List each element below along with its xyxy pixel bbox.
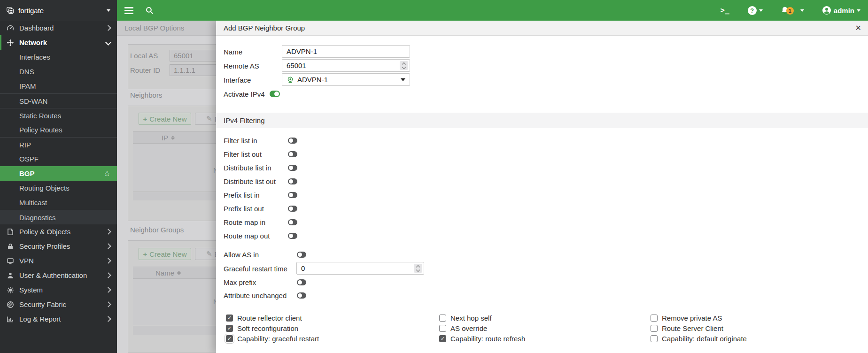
neighbors-section-title: Neighbors bbox=[130, 91, 162, 99]
interface-select[interactable]: ADVPN-1 bbox=[282, 73, 410, 86]
sidebar-item-log-report[interactable]: Log & Report bbox=[0, 312, 117, 326]
capability-route-refresh-option[interactable]: Capability: route refresh bbox=[439, 334, 525, 343]
neighbor-groups-section-title: Neighbor Groups bbox=[130, 226, 184, 234]
route-map-out-toggle[interactable] bbox=[288, 233, 297, 239]
sidebar-item-dashboard[interactable]: Dashboard bbox=[0, 21, 117, 35]
brand-area[interactable]: fortigate bbox=[0, 0, 117, 21]
chevron-right-icon bbox=[105, 272, 111, 278]
distribute-list-out-toggle[interactable] bbox=[288, 178, 297, 184]
sidebar-item-ospf[interactable]: OSPF bbox=[0, 152, 117, 166]
allow-as-in-toggle[interactable] bbox=[297, 252, 306, 258]
next-hop-self-checkbox[interactable] bbox=[439, 315, 446, 322]
local-as-label: Local AS bbox=[130, 50, 158, 61]
interface-label: Interface bbox=[224, 76, 282, 84]
header-right-icons: >_ ? 1 bbox=[721, 6, 860, 15]
cli-console-icon[interactable]: >_ bbox=[721, 6, 730, 15]
monitor-icon bbox=[7, 257, 14, 265]
remote-as-input[interactable]: 65001 bbox=[282, 59, 410, 72]
soft-reconfiguration-option[interactable]: Soft reconfiguration bbox=[226, 324, 319, 332]
sidebar-item-rip[interactable]: RIP bbox=[0, 137, 117, 152]
sidebar-item-system[interactable]: System bbox=[0, 283, 117, 297]
distribute-list-in-toggle[interactable] bbox=[288, 165, 297, 171]
sidebar-item-routing-objects[interactable]: Routing Objects bbox=[0, 181, 117, 195]
route-map-in-toggle[interactable] bbox=[288, 219, 297, 225]
sidebar-item-sd-wan[interactable]: SD-WAN bbox=[0, 93, 117, 108]
hamburger-menu-icon[interactable] bbox=[124, 7, 133, 14]
activate-ipv4-label: Activate IPv4 bbox=[224, 90, 270, 98]
chevron-down-icon bbox=[857, 9, 860, 12]
distribute-list-out-row: Distribute list out bbox=[224, 175, 297, 188]
neighbors-create-new-button: +Create New bbox=[139, 113, 191, 125]
sidebar-item-policy-routes[interactable]: Policy Routes bbox=[0, 123, 117, 137]
sidebar-item-dns[interactable]: DNS bbox=[0, 64, 117, 79]
admin-menu[interactable]: admin bbox=[822, 6, 860, 15]
graceful-restart-time-label: Graceful restart time bbox=[224, 265, 297, 273]
star-icon[interactable]: ☆ bbox=[104, 169, 110, 178]
chevron-right-icon bbox=[105, 243, 111, 249]
route-reflector-client-checkbox[interactable] bbox=[226, 315, 233, 322]
sidebar-item-static-routes[interactable]: Static Routes bbox=[0, 108, 117, 123]
max-prefix-row: Max prefix bbox=[224, 276, 306, 289]
name-input[interactable]: ADVPN-1 bbox=[282, 45, 410, 58]
capability-graceful-restart-option[interactable]: Capability: graceful restart bbox=[226, 334, 319, 343]
sidebar-item-diagnostics[interactable]: Diagnostics bbox=[0, 210, 117, 224]
chevron-down-icon bbox=[759, 9, 763, 12]
remote-as-row: Remote AS bbox=[224, 59, 282, 72]
next-hop-self-option[interactable]: Next hop self bbox=[439, 314, 525, 322]
sidebar-item-interfaces[interactable]: Interfaces bbox=[0, 50, 117, 64]
notification-menu[interactable]: 1 bbox=[781, 6, 804, 15]
dialog-title: Add BGP Neighbor Group bbox=[224, 24, 305, 32]
checkbox-column-1: Route reflector client Soft reconfigurat… bbox=[226, 314, 319, 343]
help-icon: ? bbox=[748, 6, 757, 15]
move-arrows-icon bbox=[7, 39, 14, 46]
add-bgp-neighbor-group-dialog: Add BGP Neighbor Group ✕ Name ADVPN-1 Re… bbox=[216, 21, 868, 353]
as-override-option[interactable]: AS override bbox=[439, 324, 525, 332]
graceful-restart-time-input[interactable]: 0 bbox=[296, 262, 424, 275]
brand-name: fortigate bbox=[18, 7, 44, 15]
capability-route-refresh-checkbox[interactable] bbox=[439, 335, 446, 342]
sidebar-item-vpn[interactable]: VPN bbox=[0, 253, 117, 268]
graceful-restart-time-row: Graceful restart time bbox=[224, 262, 297, 275]
person-icon bbox=[7, 272, 14, 279]
route-server-client-checkbox[interactable] bbox=[651, 325, 658, 332]
sidebar-item-policy-objects[interactable]: Policy & Objects bbox=[0, 224, 117, 239]
chevron-right-icon bbox=[105, 316, 111, 322]
remove-private-as-option[interactable]: Remove private AS bbox=[651, 314, 747, 322]
search-icon[interactable] bbox=[146, 7, 154, 15]
capability-graceful-restart-checkbox[interactable] bbox=[226, 335, 233, 342]
max-prefix-toggle[interactable] bbox=[297, 279, 306, 285]
sidebar-item-bgp[interactable]: BGP ☆ bbox=[0, 166, 117, 181]
checkbox-column-2: Next hop self AS override Capability: ro… bbox=[439, 314, 525, 343]
max-prefix-label: Max prefix bbox=[224, 278, 297, 286]
gear-icon bbox=[7, 286, 14, 294]
as-override-checkbox[interactable] bbox=[439, 325, 446, 332]
sidebar-item-network[interactable]: Network bbox=[0, 35, 117, 50]
prefix-list-out-row: Prefix list out bbox=[224, 202, 297, 215]
filter-list-in-toggle[interactable] bbox=[288, 138, 297, 144]
activate-ipv4-toggle[interactable] bbox=[270, 91, 280, 97]
sidebar-item-security-profiles[interactable]: Security Profiles bbox=[0, 239, 117, 253]
remove-private-as-checkbox[interactable] bbox=[651, 315, 658, 322]
number-stepper[interactable] bbox=[414, 264, 422, 273]
route-server-client-option[interactable]: Route Server Client bbox=[651, 324, 747, 332]
soft-reconfiguration-checkbox[interactable] bbox=[226, 325, 233, 332]
route-reflector-client-option[interactable]: Route reflector client bbox=[226, 314, 319, 322]
sort-icon bbox=[177, 271, 181, 275]
chevron-right-icon bbox=[105, 229, 111, 235]
close-icon[interactable]: ✕ bbox=[855, 24, 861, 32]
filter-list-out-toggle[interactable] bbox=[288, 151, 297, 157]
sidebar-item-user-authentication[interactable]: User & Authentication bbox=[0, 268, 117, 283]
sidebar-item-ipam[interactable]: IPAM bbox=[0, 79, 117, 93]
neighbor-groups-create-new-button: +Create New bbox=[139, 248, 191, 260]
prefix-list-out-toggle[interactable] bbox=[288, 206, 297, 212]
prefix-list-in-toggle[interactable] bbox=[288, 192, 297, 198]
attribute-unchanged-toggle[interactable] bbox=[297, 292, 306, 299]
number-stepper[interactable] bbox=[400, 61, 408, 70]
sidebar-item-multicast[interactable]: Multicast bbox=[0, 195, 117, 210]
help-menu[interactable]: ? bbox=[748, 6, 763, 15]
capability-default-originate-option[interactable]: Capability: default originate bbox=[651, 334, 747, 343]
tunnel-interface-icon bbox=[287, 76, 294, 84]
sidebar-item-security-fabric[interactable]: Security Fabric bbox=[0, 297, 117, 312]
capability-default-originate-checkbox[interactable] bbox=[651, 335, 658, 342]
document-icon bbox=[7, 228, 14, 236]
